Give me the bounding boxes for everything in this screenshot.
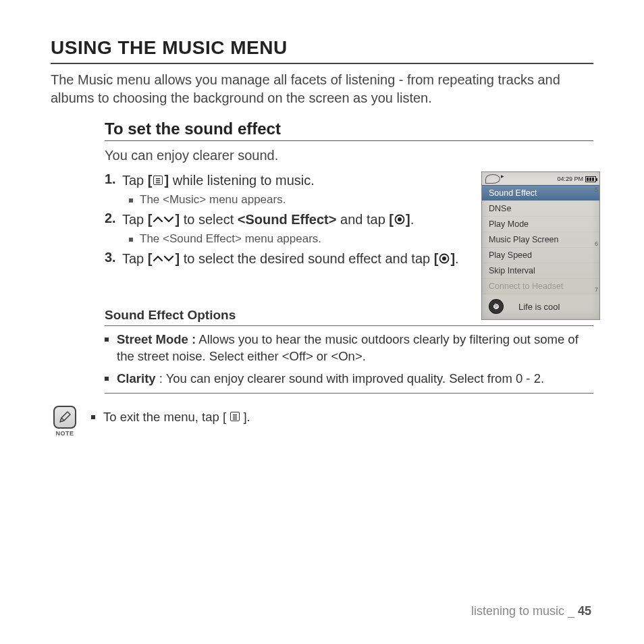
bracket: [ (148, 212, 153, 227)
sub-bullet: The <Music> menu appears. (129, 193, 469, 207)
step-text: Tap (122, 173, 148, 188)
bracket: [ (389, 212, 394, 227)
bracket: [ (148, 251, 153, 266)
option-item: Clarity : You can enjoy clearer sound wi… (105, 371, 593, 387)
step-text: . (455, 251, 459, 266)
bullet-icon (105, 377, 109, 381)
page-heading: USING THE MUSIC MENU (51, 37, 593, 64)
up-down-icon (152, 214, 175, 225)
svg-point-1 (398, 217, 402, 221)
page-number: 45 (578, 604, 591, 618)
note-label: NOTE (51, 430, 79, 437)
device-menu-item: Music Play Screen (482, 232, 599, 247)
scale-tick: 5 (595, 186, 598, 193)
step-text: and tap (336, 212, 389, 227)
note-badge: NOTE (51, 406, 79, 437)
svg-point-3 (442, 257, 446, 261)
scale-tick: 6 (595, 240, 598, 247)
select-icon (438, 253, 450, 264)
up-down-icon (152, 253, 175, 264)
device-menu-item: Play Mode (482, 216, 599, 232)
now-playing-title: Life is cool (518, 302, 560, 312)
disc-icon (489, 299, 504, 314)
pencil-icon (53, 406, 76, 429)
note-post: ]. (241, 410, 250, 424)
device-now-playing: Life is cool (482, 294, 599, 319)
step-text: while listening to music. (169, 173, 315, 188)
step-text: . (410, 212, 414, 227)
device-menu-item: Sound Effect (482, 185, 599, 200)
sub-text: The <Music> menu appears. (140, 193, 286, 207)
bracket: [ (148, 173, 153, 188)
device-status-bar: 04:29 PM (482, 172, 599, 185)
device-time: 04:29 PM (557, 176, 583, 182)
battery-icon (585, 176, 596, 182)
option-name: Street Mode : (117, 332, 196, 346)
divider (105, 393, 593, 394)
device-menu: 5 6 7 Sound Effect DNSe Play Mode Music … (482, 185, 599, 294)
step-text: to select the desired sound effect and t… (180, 251, 434, 266)
scale-tick: 7 (595, 286, 598, 293)
footer-section: listening to music _ (471, 604, 578, 618)
step-text: to select (180, 212, 238, 227)
section-intro: You can enjoy clearer sound. (105, 148, 593, 163)
step-1: 1. Tap [] while listening to music. The … (105, 171, 469, 207)
device-menu-item: Skip Interval (482, 263, 599, 278)
step-text: Tap (122, 212, 148, 227)
note-text: To exit the menu, tap [ ]. (91, 406, 250, 425)
step-number: 2. (105, 211, 122, 246)
device-menu-item: DNSe (482, 200, 599, 216)
bullet-icon (129, 238, 133, 242)
select-icon (394, 214, 406, 225)
section-title: To set the sound effect (105, 119, 593, 141)
step-number: 1. (105, 171, 122, 207)
bullet-icon (105, 338, 109, 342)
menu-name: <Sound Effect> (238, 212, 337, 227)
option-item: Street Mode : Allows you to hear the mus… (105, 331, 593, 365)
step-text: Tap (122, 251, 148, 266)
step-2: 2. Tap [] to select <Sound Effect> and t… (105, 211, 469, 246)
bullet-icon (91, 415, 95, 419)
bracket: ] (406, 212, 410, 227)
device-screenshot: 04:29 PM 5 6 7 Sound Effect DNSe Play Mo… (481, 171, 600, 320)
bracket: [ (434, 251, 439, 266)
repeat-icon (485, 174, 500, 184)
menu-icon (152, 175, 164, 186)
device-menu-item: Connect to Headset (482, 278, 599, 294)
step-number: 3. (105, 250, 122, 267)
device-menu-item: Play Speed (482, 247, 599, 263)
page-footer: listening to music _ 45 (471, 604, 591, 618)
sub-bullet: The <Sound Effect> menu appears. (129, 232, 469, 246)
intro-text: The Music menu allows you manage all fac… (51, 71, 593, 107)
option-text: : You can enjoy clearer sound with impro… (156, 371, 545, 385)
step-3: 3. Tap [] to select the desired sound ef… (105, 250, 469, 267)
menu-icon (229, 411, 241, 422)
option-name: Clarity (117, 371, 156, 385)
bullet-icon (129, 198, 133, 203)
sub-text: The <Sound Effect> menu appears. (140, 232, 321, 246)
note-pre: To exit the menu, tap [ (103, 410, 229, 424)
